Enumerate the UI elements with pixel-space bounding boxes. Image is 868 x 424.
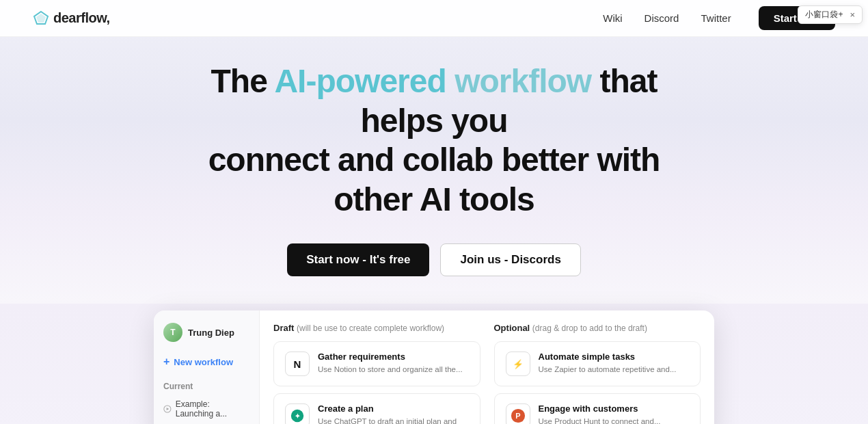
main-content: Draft (will be use to create complete wo… [260,310,714,424]
current-label: Current [163,382,249,391]
hero-title-part1: The [211,63,275,99]
sidebar-username: Trung Diep [188,328,234,338]
optional-label: Optional [494,323,530,333]
draft-card-1[interactable]: ✦ Create a plan Use ChatGPT to draft an … [273,393,480,424]
optional-card-0[interactable]: ⚡ Automate simple tasks Use Zapier to au… [494,341,701,386]
producthunt-icon: P [506,403,530,424]
draft-card-1-desc: Use ChatGPT to draft an initial plan and… [318,416,469,424]
optional-column: Optional (drag & drop to add to the draf… [494,323,701,424]
draft-sublabel: (will be use to create complete workflow… [297,323,444,333]
workflow-item[interactable]: Example: Launching a... [163,397,249,421]
optional-card-1-title: Engage with customers [539,403,690,414]
draft-card-1-title: Create a plan [318,403,469,414]
hero-title: The AI-powered workflow that helps youco… [167,62,701,219]
app-preview: T Trung Diep + New workflow Current Exam… [154,310,714,424]
play-icon [163,404,172,414]
draft-header: Draft (will be use to create complete wo… [273,323,480,333]
popup-text: 小窗口袋+ [805,9,843,21]
logo-icon [33,10,49,27]
draft-card-0-desc: Use Notion to store and organize all the… [318,364,469,375]
optional-card-1-desc: Use Product Hunt to connect and... [539,416,690,424]
optional-card-1-text: Engage with customers Use Product Hunt t… [539,403,690,424]
hero-title-highlight2: workflow [455,63,591,99]
svg-marker-1 [36,14,46,23]
logo[interactable]: dearflow, [33,10,110,27]
nav-wiki[interactable]: Wiki [603,12,622,24]
columns: Draft (will be use to create complete wo… [273,323,701,424]
hero-discord-button[interactable]: Join us - Discords [440,243,580,276]
hero-buttons: Start now - It's free Join us - Discords [287,243,581,276]
popup-badge: 小窗口袋+ × [798,5,863,24]
new-workflow-button[interactable]: + New workflow [163,354,249,369]
svg-text:P: P [515,412,520,420]
workflow-item-label: Example: Launching a... [176,399,249,419]
nav-discord[interactable]: Discord [645,12,679,24]
draft-card-0[interactable]: N Gather requirements Use Notion to stor… [273,341,480,386]
optional-sublabel: (drag & drop to add to the draft) [532,323,647,333]
zapier-icon: ⚡ [506,352,530,376]
preview-wrap: T Trung Diep + New workflow Current Exam… [0,304,868,424]
new-workflow-label: New workflow [174,357,233,367]
draft-card-1-text: Create a plan Use ChatGPT to draft an in… [318,403,469,424]
optional-card-0-text: Automate simple tasks Use Zapier to auto… [539,352,690,375]
hero-title-space [446,63,455,99]
optional-card-1[interactable]: P Engage with customers Use Product Hunt… [494,393,701,424]
nav-twitter[interactable]: Twitter [701,12,731,24]
optional-card-0-title: Automate simple tasks [539,352,690,362]
hero-title-highlight1: AI-powered [274,63,446,99]
svg-text:⚡: ⚡ [513,359,524,370]
hero-start-button[interactable]: Start now - It's free [287,243,429,276]
page-wrap: The AI-powered workflow that helps youco… [0,0,868,424]
draft-card-0-title: Gather requirements [318,352,469,362]
sidebar-user: T Trung Diep [163,323,249,342]
avatar: T [163,323,182,342]
draft-card-0-text: Gather requirements Use Notion to store … [318,352,469,375]
optional-header: Optional (drag & drop to add to the draf… [494,323,701,333]
draft-label: Draft [273,323,294,333]
notion-icon: N [285,352,310,376]
plus-icon: + [163,356,169,368]
popup-close-icon[interactable]: × [850,10,855,20]
svg-marker-3 [167,408,169,410]
navbar: dearflow, Wiki Discord Twitter Start now [0,0,868,37]
optional-card-0-desc: Use Zapier to automate repetitive and... [539,364,690,375]
svg-text:✦: ✦ [295,412,301,420]
draft-column: Draft (will be use to create complete wo… [273,323,480,424]
hero-section: The AI-powered workflow that helps youco… [0,0,868,304]
sidebar: T Trung Diep + New workflow Current Exam… [154,310,260,424]
chatgpt-icon: ✦ [285,403,310,424]
logo-text: dearflow, [53,10,110,26]
